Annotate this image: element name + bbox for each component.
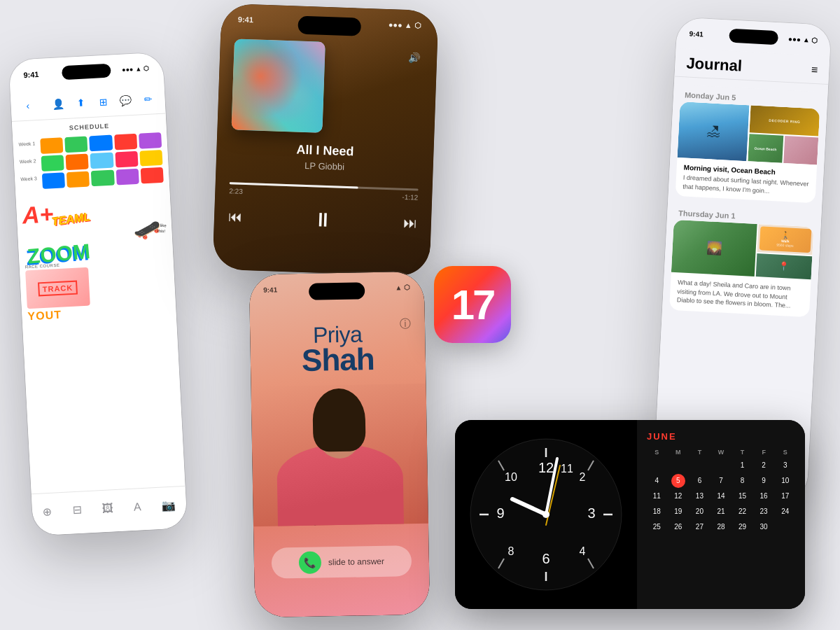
calendar-day-cell	[668, 458, 689, 472]
schedule-cell	[115, 169, 139, 186]
sticker-grade: A+	[22, 200, 54, 229]
add-icon[interactable]: ⊕	[42, 505, 52, 519]
answer-label: slide to answer	[328, 556, 384, 567]
hair-shape	[312, 388, 366, 451]
journal-entry-1-photos: 🏖 DECODER RING Ocean Beach	[677, 102, 820, 164]
journal-entry-1[interactable]: 🏖 DECODER RING Ocean Beach	[676, 102, 820, 203]
stickers-area: A+ TEAML ZOOM 🛹 I likethis! RACE COURSE …	[16, 194, 181, 412]
decoder-ring-photo: DECODER RING	[749, 105, 820, 136]
calendar-day-cell: 25	[647, 520, 667, 534]
week-label: Week 3	[20, 174, 41, 190]
svg-text:6: 6	[542, 551, 550, 566]
week-label: Week 1	[18, 139, 38, 155]
svg-text:10: 10	[505, 471, 517, 483]
calendar-day-header: T	[690, 447, 710, 457]
schedule-cell	[66, 171, 90, 188]
journal-photo-cluster: DECODER RING Ocean Beach	[748, 105, 820, 164]
calendar-panel: JUNE SMTWTFS1234567891011121314151617181…	[637, 420, 805, 609]
schedule-cell	[141, 167, 164, 184]
calendar-day-cell: 4	[647, 474, 667, 488]
calendar-day-cell: 12	[668, 489, 689, 503]
calendar-day-cell: 26	[668, 520, 689, 534]
text-icon[interactable]: A	[134, 500, 142, 514]
calendar-day-cell: 23	[754, 505, 774, 519]
bubble-icon[interactable]: 💬	[117, 91, 134, 108]
calendar-day-cell: 9	[754, 474, 774, 488]
sticker-yout: YOUT	[27, 309, 62, 323]
rewind-button[interactable]: ⏮	[228, 209, 243, 225]
svg-text:4: 4	[580, 545, 586, 557]
calendar-day-cell: 16	[754, 489, 774, 503]
ios17-icon: 17	[434, 266, 511, 343]
notes-content: SCHEDULE Week 1 Week 2	[12, 114, 186, 494]
walk-steps: 9560 steps	[776, 243, 794, 248]
calendar-day-header: F	[754, 447, 774, 457]
phone-call: 9:41 ▲ ⬡ ⓘ Priya Shah 💬	[249, 272, 430, 617]
grid2-icon[interactable]: ⊟	[72, 503, 82, 517]
time-music: 9:41	[238, 15, 253, 24]
forward-button[interactable]: ⏭	[403, 215, 418, 232]
back-icon[interactable]: ‹	[19, 97, 36, 114]
journal-entry-1-body: I dreamed about surfing last night. When…	[682, 173, 809, 197]
schedule-cell	[90, 153, 113, 169]
map-pin-icon: 📍	[778, 261, 790, 272]
schedule-cell	[40, 137, 63, 154]
share-icon[interactable]: ⬆	[72, 94, 90, 111]
photo-cluster-bottom: Ocean Beach	[748, 134, 818, 164]
sticker-teaml: TEAML	[51, 211, 91, 228]
ocean-label-photo: Ocean Beach	[748, 134, 783, 162]
status-icons-notes: ●●● ▲ ⬡	[122, 65, 150, 74]
walk-widget: 🚶 Walk 9560 steps	[757, 224, 813, 255]
calendar-day-header: T	[732, 447, 752, 457]
calendar-day-cell: 15	[732, 489, 752, 503]
calendar-grid: SMTWTFS123456789101112131415161718192021…	[647, 447, 795, 534]
calendar-day-cell: 1	[732, 458, 752, 472]
svg-text:8: 8	[508, 545, 514, 557]
volume-icon[interactable]: 🔊	[408, 52, 421, 64]
status-icons-journal: ●●● ▲ ⬡	[788, 35, 818, 44]
schedule-cell	[42, 172, 65, 189]
svg-text:11: 11	[561, 463, 573, 475]
photo-icon[interactable]: 📷	[162, 498, 176, 512]
time-notes: 9:41	[23, 70, 39, 79]
calendar-day-cell: 6	[690, 474, 710, 488]
person-icon[interactable]: 👤	[50, 94, 67, 112]
calendar-day-header: S	[647, 447, 667, 457]
caller-photo	[251, 384, 428, 526]
answer-button[interactable]: 📞 slide to answer	[272, 545, 412, 578]
journal-entry-2-photos: 🌄 🚶 Walk 9560 steps 📍	[671, 220, 814, 279]
calendar-day-cell[interactable]: 5	[671, 474, 685, 488]
grid-icon[interactable]: ⊞	[94, 92, 112, 110]
schedule-cell	[114, 134, 137, 150]
journal-menu-icon[interactable]: ≡	[811, 64, 818, 76]
sticker-race-area: RACE COURSE TRACK	[25, 262, 90, 309]
calendar-day-cell: 3	[775, 458, 795, 472]
pause-button[interactable]: ⏸	[312, 208, 332, 232]
info-icon[interactable]: ⓘ	[400, 317, 411, 332]
calendar-day-cell: 17	[775, 489, 795, 503]
walk-icon: 🚶	[781, 231, 790, 239]
schedule-cell	[139, 150, 162, 167]
walk-map-cluster: 🚶 Walk 9560 steps 📍	[756, 224, 814, 279]
schedule-grid: Week 1 Week 2 Week 3	[13, 130, 169, 195]
journal-entry-2[interactable]: 🌄 🚶 Walk 9560 steps 📍	[669, 220, 813, 317]
caller-photo-bg	[251, 384, 428, 526]
calendar-day-cell: 14	[711, 489, 732, 503]
pencil-icon[interactable]: ✏	[139, 90, 157, 108]
ios17-number: 17	[451, 281, 494, 329]
album-art-inner	[231, 38, 325, 132]
calendar-day-cell: 10	[775, 474, 795, 488]
journal-title: Journal	[686, 54, 743, 75]
image-icon[interactable]: 🖼	[102, 502, 113, 515]
map-widget: 📍	[756, 253, 813, 280]
svg-point-21	[542, 511, 550, 518]
schedule-cell	[90, 135, 113, 152]
dynamic-island-notes	[62, 64, 111, 80]
calendar-day-cell: 8	[732, 474, 752, 488]
time-remaining: -1:12	[402, 193, 418, 202]
calendar-day-cell: 2	[754, 458, 774, 472]
sticker-track: TRACK	[38, 280, 77, 296]
toolbar-right-icons: 👤 ⬆ ⊞ 💬 ✏	[50, 90, 157, 113]
schedule-cell	[64, 136, 88, 153]
calendar-day-cell	[690, 458, 710, 472]
